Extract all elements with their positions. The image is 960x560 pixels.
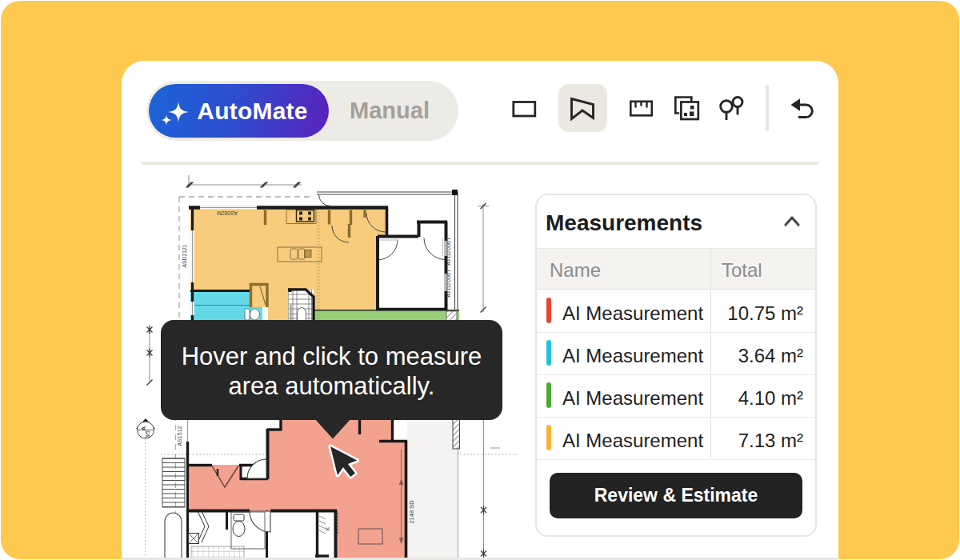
svg-text:2148 SD: 2148 SD [408,500,415,524]
svg-text:3/5: 3/5 [145,430,150,438]
svg-text:AS062M: AS062M [217,210,238,216]
svg-text:A: A [140,426,147,430]
svg-text:K: K [325,526,330,530]
svg-text:ASD2121: ASD2121 [182,244,187,267]
svg-text:AS1512: AS1512 [177,426,182,446]
svg-text:ATD2006T: ATD2006T [445,269,452,298]
svg-text:ATD2006T: ATD2006T [445,237,452,266]
